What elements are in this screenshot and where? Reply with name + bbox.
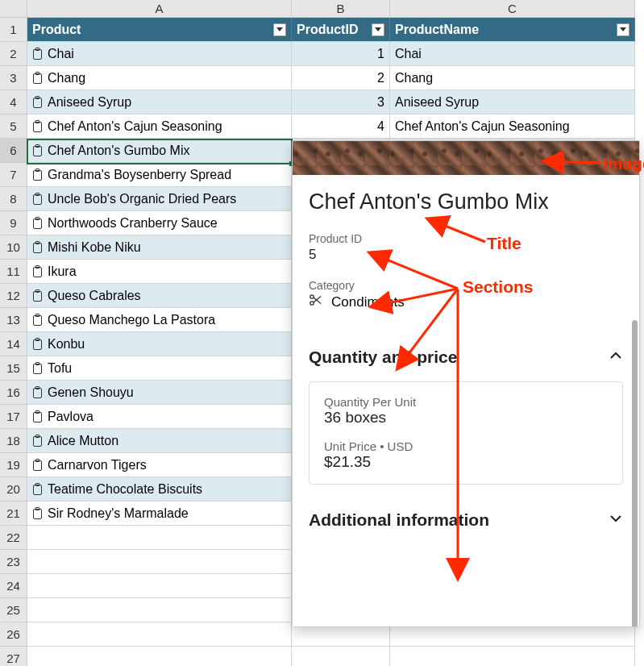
svg-line-46 bbox=[371, 253, 458, 289]
annotation-title-label: Title bbox=[487, 234, 521, 253]
svg-line-45 bbox=[429, 219, 485, 242]
annotation-arrows bbox=[0, 0, 644, 666]
svg-line-44 bbox=[545, 161, 601, 163]
annotation-image-label: Image bbox=[603, 154, 644, 173]
svg-line-48 bbox=[398, 289, 458, 368]
annotation-sections-label: Sections bbox=[463, 277, 534, 297]
